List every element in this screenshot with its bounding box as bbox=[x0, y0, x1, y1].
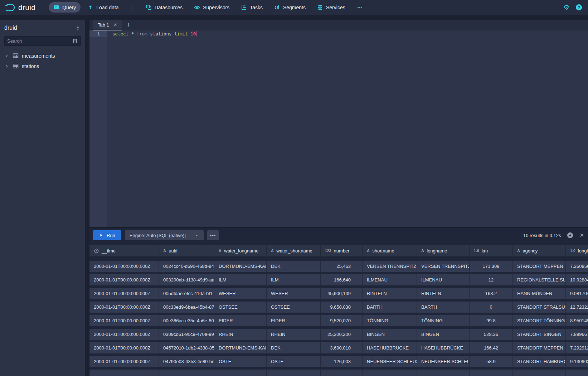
table-cell-km[interactable]: 166.42 bbox=[470, 342, 513, 353]
chevron-right-icon[interactable] bbox=[4, 53, 9, 58]
table-cell-water_shortname[interactable]: RHEIN bbox=[267, 329, 321, 340]
table-cell-water_longname[interactable]: DORTMUND-EMS-KANAL bbox=[214, 261, 267, 272]
table-cell-agency[interactable]: STANDORT MEPPEN bbox=[513, 342, 566, 353]
table-cell-agency[interactable]: STANDORT TÖNNING bbox=[513, 315, 566, 326]
table-cell-number[interactable]: 25,300,200 bbox=[321, 329, 363, 340]
sidebar-table-measurements[interactable]: measurements bbox=[4, 50, 81, 61]
nav-item-load-data[interactable]: Load data bbox=[83, 2, 123, 13]
query-more-button[interactable]: ••• bbox=[207, 230, 219, 240]
table-cell-__time[interactable]: 2000-01-01T00:00:00.000Z bbox=[89, 274, 159, 285]
nav-item-tasks[interactable]: Tasks bbox=[236, 2, 267, 13]
new-tab-button[interactable]: + bbox=[122, 20, 135, 30]
engine-select[interactable]: Engine: Auto [SQL (native)] bbox=[125, 230, 204, 240]
table-cell-shortname[interactable]: VERSEN TRENNSPITZE bbox=[363, 261, 417, 272]
table-cell-number[interactable]: 9,520,070 bbox=[321, 315, 363, 326]
table-cell-__time[interactable]: 2000-01-01T00:00:00.000Z bbox=[89, 329, 159, 340]
druid-logo[interactable]: druid bbox=[5, 3, 35, 12]
table-cell-longname[interactable]: BINGEN bbox=[417, 329, 470, 340]
table-cell-uuid[interactable]: 005dfdae-efcc-410a-bf1 bbox=[159, 288, 214, 299]
table-cell-__time[interactable]: 2000-01-01T00:00:00.000Z bbox=[89, 315, 159, 326]
table-cell-number[interactable]: 9,650,030 bbox=[321, 302, 363, 313]
table-cell-water_shortname[interactable]: OSTE bbox=[267, 356, 321, 367]
sql-editor[interactable]: 1 select * from stations limit 10 bbox=[89, 30, 588, 227]
table-cell-agency[interactable]: STANDORT STRALSUND bbox=[513, 302, 566, 313]
column-header-water_longname[interactable]: Awater_longname bbox=[214, 245, 267, 256]
nav-item-query[interactable]: Query bbox=[49, 2, 81, 13]
column-header-km[interactable]: 1.0km bbox=[470, 245, 513, 256]
table-cell-longitude[interactable]: 7.260856 bbox=[566, 261, 588, 272]
table-cell-longitude[interactable]: 9.130902 bbox=[566, 356, 588, 367]
table-cell-longitude[interactable]: 10.928842 bbox=[566, 274, 588, 285]
table-cell-km[interactable]: 99.8 bbox=[470, 315, 513, 326]
table-cell-__time[interactable]: 2000-01-01T00:00:00.000Z bbox=[89, 356, 159, 367]
column-header-water_shortname[interactable]: Awater_shortname bbox=[267, 245, 321, 256]
table-cell-uuid[interactable]: 00e386ac-e35c-4a6e-80 bbox=[159, 315, 214, 326]
table-cell-km[interactable]: 528.36 bbox=[470, 329, 513, 340]
search-input[interactable] bbox=[7, 38, 72, 44]
column-header-number[interactable]: 123number bbox=[321, 245, 363, 256]
table-cell-longname[interactable]: TÖNNING bbox=[417, 315, 470, 326]
table-cell-number[interactable]: 126,003 bbox=[321, 356, 363, 367]
table-cell-__time[interactable]: 2000-01-01T00:00:00.000Z bbox=[89, 342, 159, 353]
table-cell-shortname[interactable]: BARTH bbox=[363, 302, 417, 313]
table-cell-uuid[interactable]: 04790e03-4353-4e80-be bbox=[159, 356, 214, 367]
table-cell-water_shortname[interactable]: EIDER bbox=[267, 315, 321, 326]
table-cell-km[interactable]: 163.2 bbox=[470, 288, 513, 299]
table-cell-longitude[interactable]: 12.723226 bbox=[566, 302, 588, 313]
table-cell-number[interactable]: 25,463 bbox=[321, 261, 363, 272]
run-button[interactable]: Run bbox=[93, 230, 121, 240]
table-cell-water_longname[interactable]: OSTE bbox=[214, 356, 267, 367]
table-cell-shortname[interactable]: BINGEN bbox=[363, 329, 417, 340]
table-cell-longitude[interactable]: 7.899667 bbox=[566, 329, 588, 340]
table-cell-agency[interactable]: STANDORT BINGEN bbox=[513, 329, 566, 340]
table-cell-shortname[interactable]: TÖNNING bbox=[363, 315, 417, 326]
table-cell-uuid[interactable]: 0309cd61-90c9-470e-99 bbox=[159, 329, 214, 340]
column-header-agency[interactable]: Aagency bbox=[513, 245, 566, 256]
table-cell-number[interactable]: 166,640 bbox=[321, 274, 363, 285]
column-header-longname[interactable]: Alongname bbox=[417, 245, 470, 256]
nav-item-segments[interactable]: Segments bbox=[269, 2, 310, 13]
table-cell-longitude[interactable]: 9.081704 bbox=[566, 288, 588, 299]
table-cell-km[interactable]: 171.309 bbox=[470, 261, 513, 272]
table-cell-water_longname[interactable]: RHEIN bbox=[214, 329, 267, 340]
download-icon[interactable] bbox=[567, 232, 573, 238]
table-cell-shortname[interactable]: RINTELN bbox=[363, 288, 417, 299]
chevron-right-icon[interactable] bbox=[4, 64, 9, 69]
table-cell-uuid[interactable]: 00c33ed9-6bea-45b4-87 bbox=[159, 302, 214, 313]
nav-item-more[interactable] bbox=[352, 2, 368, 13]
table-cell-km[interactable]: 12 bbox=[470, 274, 513, 285]
table-cell-water_longname[interactable]: ILM bbox=[214, 274, 267, 285]
table-cell-number[interactable]: 45,900,109 bbox=[321, 288, 363, 299]
double-caret-vertical-icon[interactable] bbox=[75, 25, 81, 31]
column-header-uuid[interactable]: Auuid bbox=[159, 245, 214, 256]
gear-icon[interactable]: ⚙ bbox=[563, 4, 569, 11]
table-cell-__time[interactable]: 2000-01-01T00:00:00.000Z bbox=[89, 288, 159, 299]
table-cell-longitude[interactable]: 8.950149 bbox=[566, 315, 588, 326]
sidebar-table-stations[interactable]: stations bbox=[4, 61, 81, 71]
table-cell-agency[interactable]: STANDORT HAMBURG bbox=[513, 356, 566, 367]
nav-item-supervisors[interactable]: Supervisors bbox=[189, 2, 234, 13]
table-cell-water_longname[interactable]: EIDER bbox=[214, 315, 267, 326]
table-cell-water_longname[interactable]: WESER bbox=[214, 288, 267, 299]
table-cell-shortname[interactable]: HASEHUBBRÜCKE bbox=[363, 342, 417, 353]
table-cell-longname[interactable]: RINTELN bbox=[417, 288, 470, 299]
table-cell-uuid[interactable]: 003200ab-d138-49d9-aa bbox=[159, 274, 214, 285]
table-cell-water_shortname[interactable]: ILM bbox=[267, 274, 321, 285]
tab-tab1[interactable]: Tab 1 ✕ bbox=[93, 20, 122, 30]
table-cell-number[interactable]: 3,690,010 bbox=[321, 342, 363, 353]
close-results-icon[interactable]: ✕ bbox=[579, 232, 584, 238]
table-cell-uuid[interactable]: 04572010-1db2-4338-85 bbox=[159, 342, 214, 353]
table-cell-km[interactable]: 0 bbox=[470, 302, 513, 313]
table-cell-longname[interactable]: ILMENAU bbox=[417, 274, 470, 285]
nav-item-datasources[interactable]: Datasources bbox=[141, 2, 188, 13]
table-cell-shortname[interactable]: ILMENAU bbox=[363, 274, 417, 285]
table-cell-water_shortname[interactable]: WESER bbox=[267, 288, 321, 299]
table-cell-water_longname[interactable]: DORTMUND-EMS-KANAL bbox=[214, 342, 267, 353]
table-cell-water_longname[interactable]: OSTSEE bbox=[214, 302, 267, 313]
table-cell-water_shortname[interactable]: DEK bbox=[267, 261, 321, 272]
table-cell-agency[interactable]: REGIONALSTELLE SUHL bbox=[513, 274, 566, 285]
table-cell-longitude[interactable]: 7.292912 bbox=[566, 342, 588, 353]
help-icon[interactable]: ? bbox=[575, 4, 582, 11]
tab-close-icon[interactable]: ✕ bbox=[113, 22, 117, 28]
nav-item-services[interactable]: Services bbox=[312, 2, 350, 13]
